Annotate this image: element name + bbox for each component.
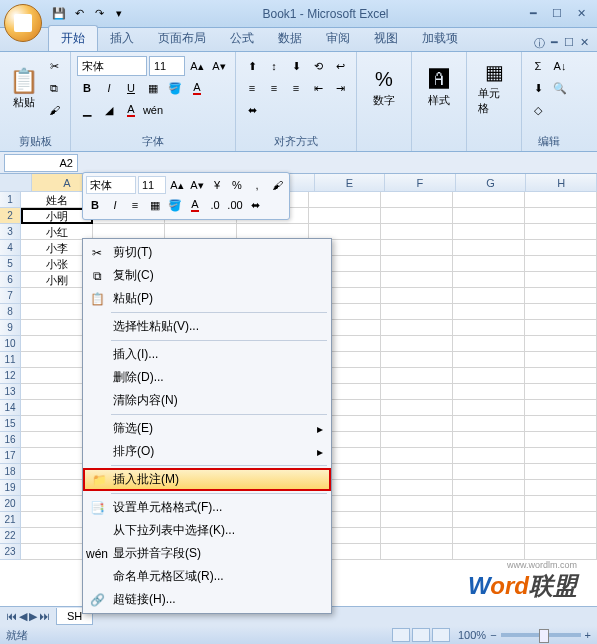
cell-G3[interactable] <box>453 224 525 240</box>
menu-clear-contents[interactable]: 清除内容(N) <box>83 389 331 412</box>
cell-F1[interactable] <box>381 192 453 208</box>
menu-cut[interactable]: ✂剪切(T) <box>83 241 331 264</box>
cell-H15[interactable] <box>525 416 597 432</box>
menu-delete[interactable]: 删除(D)... <box>83 366 331 389</box>
mini-font-color-icon[interactable]: A <box>186 196 204 214</box>
increase-indent-button[interactable]: ⇥ <box>330 78 350 98</box>
orientation-button[interactable]: ⟲ <box>308 56 328 76</box>
cell-G18[interactable] <box>453 464 525 480</box>
menu-sort[interactable]: 排序(O)▸ <box>83 440 331 463</box>
tab-data[interactable]: 数据 <box>266 26 314 51</box>
mini-bold-icon[interactable]: B <box>86 196 104 214</box>
sheet-nav-next-icon[interactable]: ▶ <box>29 610 37 623</box>
phonetic-button[interactable]: wén <box>143 100 163 120</box>
undo-icon[interactable]: ↶ <box>70 5 88 23</box>
row-header-3[interactable]: 3 <box>0 224 21 240</box>
align-bottom-button[interactable]: ⬇ <box>286 56 306 76</box>
cell-G14[interactable] <box>453 400 525 416</box>
border-button[interactable]: ▦ <box>143 78 163 98</box>
cell-F5[interactable] <box>381 256 453 272</box>
sheet-nav-last-icon[interactable]: ⏭ <box>39 610 50 623</box>
mini-percent-icon[interactable]: % <box>228 176 246 194</box>
cell-H10[interactable] <box>525 336 597 352</box>
cell-G23[interactable] <box>453 544 525 560</box>
clear-button[interactable]: ◇ <box>528 100 548 120</box>
cell-G20[interactable] <box>453 496 525 512</box>
cell-G7[interactable] <box>453 288 525 304</box>
maximize-button[interactable]: ☐ <box>547 6 567 22</box>
cell-F17[interactable] <box>381 448 453 464</box>
column-header-H[interactable]: H <box>526 174 597 192</box>
cell-H6[interactable] <box>525 272 597 288</box>
row-header-17[interactable]: 17 <box>0 448 21 464</box>
mini-border-icon[interactable]: ▦ <box>146 196 164 214</box>
format-painter-button[interactable]: 🖌 <box>44 100 64 120</box>
wrap-text-button[interactable]: ↩ <box>330 56 350 76</box>
fill-button[interactable]: ⬇ <box>528 78 548 98</box>
cell-F20[interactable] <box>381 496 453 512</box>
menu-filter[interactable]: 筛选(E)▸ <box>83 417 331 440</box>
ribbon-minimize-icon[interactable]: ━ <box>551 36 558 51</box>
styles-button[interactable]: 🅰 样式 <box>418 56 460 120</box>
qat-dropdown-icon[interactable]: ▾ <box>110 5 128 23</box>
cell-F22[interactable] <box>381 528 453 544</box>
cell-H9[interactable] <box>525 320 597 336</box>
mini-comma-icon[interactable]: , <box>248 176 266 194</box>
cell-F3[interactable] <box>381 224 453 240</box>
cell-H21[interactable] <box>525 512 597 528</box>
cell-G8[interactable] <box>453 304 525 320</box>
cell-E1[interactable] <box>309 192 381 208</box>
mini-format-painter-icon[interactable]: 🖌 <box>268 176 286 194</box>
cell-G10[interactable] <box>453 336 525 352</box>
row-header-23[interactable]: 23 <box>0 544 21 560</box>
menu-format-cells[interactable]: 📑设置单元格格式(F)... <box>83 496 331 519</box>
close-button[interactable]: ✕ <box>571 6 591 22</box>
tab-home[interactable]: 开始 <box>48 25 98 51</box>
cell-F14[interactable] <box>381 400 453 416</box>
tab-review[interactable]: 审阅 <box>314 26 362 51</box>
decrease-font-button[interactable]: A▾ <box>209 56 229 76</box>
row-header-22[interactable]: 22 <box>0 528 21 544</box>
save-icon[interactable]: 💾 <box>50 5 68 23</box>
mini-increase-decimal-icon[interactable]: .00 <box>226 196 244 214</box>
cell-H23[interactable] <box>525 544 597 560</box>
copy-button[interactable]: ⧉ <box>44 78 64 98</box>
row-header-2[interactable]: 2 <box>0 208 21 224</box>
cell-F16[interactable] <box>381 432 453 448</box>
cell-H13[interactable] <box>525 384 597 400</box>
cell-E2[interactable] <box>309 208 381 224</box>
paste-button[interactable]: 📋 粘贴 <box>6 56 42 120</box>
ribbon-close-icon[interactable]: ✕ <box>580 36 589 51</box>
mini-font-size[interactable]: 11 <box>138 176 166 194</box>
cell-H20[interactable] <box>525 496 597 512</box>
align-right-button[interactable]: ≡ <box>286 78 306 98</box>
cell-G21[interactable] <box>453 512 525 528</box>
row-header-7[interactable]: 7 <box>0 288 21 304</box>
cell-H12[interactable] <box>525 368 597 384</box>
font-split-button[interactable]: A <box>121 100 141 120</box>
cell-F18[interactable] <box>381 464 453 480</box>
font-name-combo[interactable] <box>77 56 147 76</box>
menu-hyperlink[interactable]: 🔗超链接(H)... <box>83 588 331 611</box>
cell-F8[interactable] <box>381 304 453 320</box>
menu-pick-from-list[interactable]: 从下拉列表中选择(K)... <box>83 519 331 542</box>
name-box[interactable]: A2 <box>4 154 78 172</box>
cell-G4[interactable] <box>453 240 525 256</box>
cell-H16[interactable] <box>525 432 597 448</box>
cell-H3[interactable] <box>525 224 597 240</box>
cell-F11[interactable] <box>381 352 453 368</box>
cell-H8[interactable] <box>525 304 597 320</box>
align-center-button[interactable]: ≡ <box>264 78 284 98</box>
view-normal-icon[interactable] <box>392 628 410 642</box>
redo-icon[interactable]: ↷ <box>90 5 108 23</box>
row-header-18[interactable]: 18 <box>0 464 21 480</box>
cell-F15[interactable] <box>381 416 453 432</box>
menu-insert[interactable]: 插入(I)... <box>83 343 331 366</box>
cell-H5[interactable] <box>525 256 597 272</box>
increase-font-button[interactable]: A▴ <box>187 56 207 76</box>
align-left-button[interactable]: ≡ <box>242 78 262 98</box>
fill-color-button[interactable]: 🪣 <box>165 78 185 98</box>
menu-show-phonetic[interactable]: wén显示拼音字段(S) <box>83 542 331 565</box>
tab-view[interactable]: 视图 <box>362 26 410 51</box>
cell-F19[interactable] <box>381 480 453 496</box>
